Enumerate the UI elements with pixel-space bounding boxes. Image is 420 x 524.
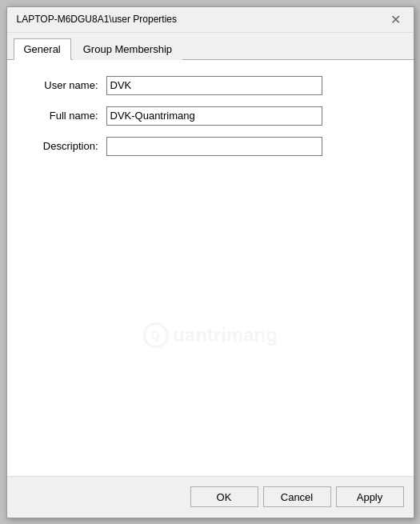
username-label: User name:	[26, 79, 98, 91]
watermark-text: uantrimang	[173, 324, 278, 346]
fullname-label: Full name:	[26, 110, 98, 122]
fullname-row: Full name:	[26, 106, 394, 126]
ok-button[interactable]: OK	[190, 486, 258, 507]
username-input[interactable]	[106, 76, 322, 95]
tabs-bar: General Group Membership	[7, 33, 414, 60]
window-title: LAPTOP-M6DGU8A1\user Properties	[17, 14, 178, 25]
description-row: Description:	[26, 137, 394, 156]
properties-window: LAPTOP-M6DGU8A1\user Properties ✕ Genera…	[6, 6, 414, 518]
apply-button[interactable]: Apply	[336, 486, 404, 507]
description-input[interactable]	[106, 137, 322, 156]
description-label: Description:	[26, 140, 98, 152]
cancel-button[interactable]: Cancel	[263, 486, 331, 507]
tab-content: User name: Full name: Description: Q uan…	[7, 60, 414, 476]
tab-general[interactable]: General	[14, 38, 71, 60]
fullname-input[interactable]	[106, 106, 322, 126]
watermark: Q uantrimang	[142, 322, 278, 348]
username-row: User name:	[26, 76, 394, 95]
tab-group-membership[interactable]: Group Membership	[73, 38, 182, 60]
footer: OK Cancel Apply	[7, 476, 414, 518]
title-bar: LAPTOP-M6DGU8A1\user Properties ✕	[7, 7, 414, 33]
close-button[interactable]: ✕	[388, 11, 404, 27]
watermark-icon: Q	[142, 322, 168, 348]
